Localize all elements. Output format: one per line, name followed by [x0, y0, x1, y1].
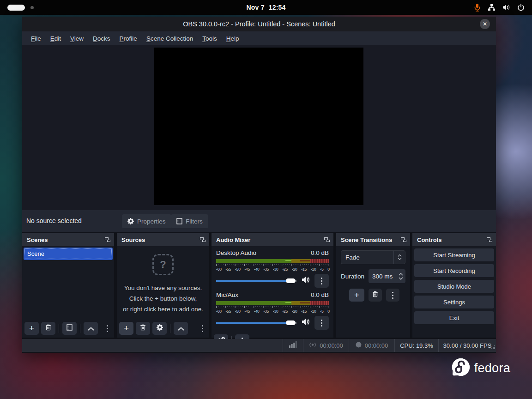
volume-slider[interactable] — [216, 320, 297, 326]
empty-hint-line: or right click here to add one. — [123, 305, 203, 314]
meter-tick-label: -5 — [320, 309, 323, 314]
sources-empty-state: ? You don't have any sources. Click the … — [117, 246, 209, 321]
studio-mode-button[interactable]: Studio Mode — [414, 280, 494, 293]
meter-tick-label: 0 — [327, 267, 330, 272]
sources-header[interactable]: Sources — [117, 233, 209, 246]
meter-tick-label: -30 — [273, 309, 278, 314]
resize-grip[interactable] — [491, 343, 496, 351]
power-icon — [517, 4, 525, 11]
channel-db-value: 0.0 dB — [311, 249, 329, 256]
meter-tick-label: -20 — [292, 309, 297, 314]
meter-tick-label: -45 — [244, 267, 250, 272]
signal-bars-icon — [289, 341, 297, 350]
channel-name: Mic/Aux — [216, 291, 238, 298]
mute-toggle-icon[interactable] — [302, 276, 310, 285]
scene-filters-button[interactable] — [62, 322, 77, 335]
scenes-list[interactable]: Scene + — [22, 246, 114, 338]
sources-list[interactable]: ? You don't have any sources. Click the … — [117, 246, 209, 338]
controls-dock: Controls Start Streaming Start Recording… — [412, 233, 496, 338]
menu-help[interactable]: Help — [222, 33, 244, 44]
remove-scene-button[interactable] — [41, 322, 55, 335]
stream-time: 00:00:00 — [320, 342, 343, 349]
close-button[interactable]: ✕ — [480, 19, 490, 29]
transition-select[interactable]: Fade — [341, 250, 405, 264]
duration-label: Duration — [341, 273, 364, 280]
meter-tick-label: -15 — [301, 267, 307, 272]
filters-label: Filters — [186, 218, 203, 225]
channel-menu-button[interactable] — [314, 274, 329, 288]
move-scene-up-button[interactable] — [84, 322, 98, 335]
sources-toolbar: + — [117, 321, 209, 338]
source-properties-button[interactable] — [152, 322, 167, 335]
workspace-dot — [30, 6, 34, 9]
settings-button[interactable]: Settings — [414, 296, 494, 308]
menu-profile[interactable]: Profile — [115, 33, 142, 44]
add-transition-button[interactable]: + — [349, 289, 364, 302]
menu-docks[interactable]: Docks — [88, 33, 115, 44]
activities-indicator[interactable] — [7, 0, 34, 15]
remove-transition-button[interactable] — [369, 289, 382, 302]
popout-icon[interactable] — [487, 237, 492, 242]
meter-scale: -60-55-50-45-40-35-30-25-20-15-10-50 — [216, 306, 329, 314]
status-bar: 00:00:00 00:00:00 CPU: 19.3% 30.00 / 30.… — [22, 339, 496, 352]
clock-date: Nov 7 — [247, 4, 265, 11]
add-scene-button[interactable]: + — [24, 322, 39, 335]
meter-tick-label: -50 — [235, 267, 241, 272]
menu-scene-collection[interactable]: Scene Collection — [142, 33, 198, 44]
properties-button[interactable]: Properties — [122, 214, 171, 228]
duration-spinbox[interactable]: 300 ms — [369, 269, 405, 283]
clock-time: 12:54 — [269, 4, 286, 11]
menu-file[interactable]: File — [26, 33, 46, 44]
empty-hint-line: You don't have any sources. — [124, 284, 202, 292]
sources-menu-button[interactable] — [198, 322, 206, 335]
system-tray[interactable] — [471, 0, 527, 15]
meter-tick-label: -25 — [282, 267, 288, 272]
popout-icon[interactable] — [200, 237, 206, 242]
menu-edit[interactable]: Edit — [46, 33, 66, 44]
filters-button[interactable]: Filters — [171, 214, 208, 228]
preview-area[interactable] — [22, 45, 496, 210]
fps-counter: 30.00 / 30.00 FPS — [438, 339, 496, 352]
transition-value: Fade — [341, 251, 393, 264]
slider-handle[interactable] — [286, 320, 296, 325]
menu-tools[interactable]: Tools — [198, 33, 222, 44]
popout-icon[interactable] — [324, 237, 330, 242]
start-streaming-button[interactable]: Start Streaming — [414, 248, 494, 261]
volume-icon — [502, 4, 510, 11]
scene-list-item[interactable]: Scene — [24, 248, 113, 260]
audio-mixer-dock: Audio Mixer Desktop Audio 0.0 dB -60-55-… — [212, 233, 333, 338]
kebab-menu-icon — [321, 320, 322, 326]
meter-tick-label: 0 — [327, 309, 330, 314]
meter-tick-label: -35 — [263, 267, 269, 272]
window-titlebar[interactable]: OBS 30.0.0-rc2 - Profile: Untitled - Sce… — [22, 17, 496, 31]
empty-hint-line: Click the + button below, — [129, 294, 197, 303]
controls-header[interactable]: Controls — [412, 233, 496, 246]
popout-icon[interactable] — [401, 237, 406, 242]
mute-toggle-icon[interactable] — [302, 318, 310, 327]
volume-slider[interactable] — [216, 278, 297, 284]
transition-menu-button[interactable] — [386, 289, 399, 302]
meter-tick-label: -55 — [225, 267, 231, 272]
popout-icon[interactable] — [105, 237, 110, 242]
scenes-menu-button[interactable] — [103, 322, 111, 335]
slider-handle[interactable] — [286, 278, 296, 283]
add-source-button[interactable]: + — [119, 322, 133, 335]
transitions-header[interactable]: Scene Transitions — [336, 233, 410, 246]
spinbox-arrows-icon[interactable] — [396, 269, 405, 283]
meter-tick-label: -20 — [292, 267, 297, 272]
kebab-menu-icon — [321, 278, 322, 284]
move-source-up-button[interactable] — [174, 322, 188, 335]
sources-dock: Sources ? You don't have any sources. Cl… — [117, 233, 209, 338]
mixer-header[interactable]: Audio Mixer — [212, 233, 333, 246]
scenes-header[interactable]: Scenes — [22, 233, 114, 246]
program-canvas[interactable] — [154, 48, 363, 205]
scene-transitions-dock: Scene Transitions Fade Duration — [336, 233, 410, 338]
stream-status-icon — [309, 342, 316, 349]
start-recording-button[interactable]: Start Recording — [414, 264, 494, 277]
remove-source-button[interactable] — [136, 322, 150, 335]
clock[interactable]: Nov 7 12:54 — [247, 4, 286, 11]
channel-menu-button[interactable] — [314, 316, 329, 330]
exit-button[interactable]: Exit — [414, 311, 494, 324]
menu-view[interactable]: View — [66, 33, 88, 44]
channel-db-value: 0.0 dB — [311, 291, 329, 298]
